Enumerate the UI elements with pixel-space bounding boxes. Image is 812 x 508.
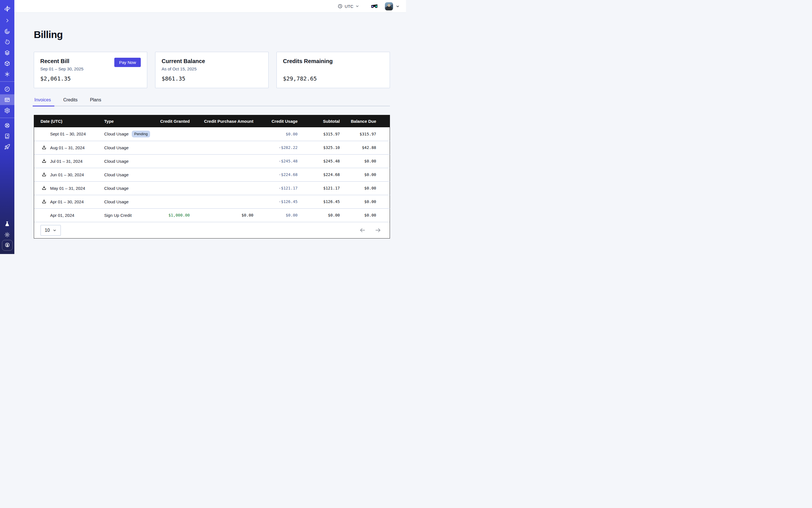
sidebar-item-support[interactable] (0, 120, 14, 131)
summary-cards: Recent Bill Sep 01 – Sep 30, 2025 $2,061… (34, 52, 390, 88)
table-row: May 01 – 31, 2024 Cloud Usage -$121.17 $… (34, 181, 390, 195)
credit-usage-value: -$245.48 (253, 154, 298, 168)
flask-icon (4, 221, 10, 227)
subtotal-value: $121.17 (298, 181, 340, 195)
invoice-date: Jul 01 – 31, 2024 (50, 159, 83, 164)
table-row: Aug 01 – 31, 2024 Cloud Usage -$282.22 $… (34, 141, 390, 154)
table-row: Apr 01, 2024 Sign Up Credit $1,000.00 $0… (34, 208, 390, 222)
table-row: Jun 01 – 30, 2024 Cloud Usage -$224.68 $… (34, 168, 390, 181)
credit-granted-value (155, 168, 190, 181)
sidebar-divider (0, 81, 14, 82)
table-row: Sept 01 – 30, 2024 Cloud UsagePending $0… (34, 127, 390, 141)
sidebar-item-packages[interactable] (0, 58, 14, 69)
sidebar-item-usage[interactable] (0, 84, 14, 94)
page-size-value: 10 (45, 228, 50, 233)
download-invoice-icon[interactable] (41, 172, 47, 177)
tab-credits[interactable]: Credits (63, 97, 78, 106)
page-title: Billing (34, 29, 390, 40)
invoice-type: Cloud Usage (104, 199, 129, 204)
download-invoice-icon[interactable] (41, 145, 47, 151)
column-subtotal: Subtotal (298, 115, 340, 127)
recent-bill-card: Recent Bill Sep 01 – Sep 30, 2025 $2,061… (34, 52, 147, 88)
timezone-label: UTC (345, 4, 353, 9)
card-title: Credits Remaining (283, 58, 383, 65)
invoice-date: Apr 01 – 30, 2024 (50, 199, 84, 204)
layers-icon (4, 50, 10, 56)
balance-due-value: $0.00 (340, 154, 390, 168)
dollar-badge-icon (4, 242, 10, 248)
card-subtitle: Sep 01 – Sep 30, 2025 (40, 67, 141, 72)
asterisk-icon (4, 71, 10, 77)
chevron-down-icon (53, 228, 56, 232)
sidebar-item-layers[interactable] (0, 47, 14, 58)
sidebar-item-expand[interactable] (0, 15, 14, 26)
credits-remaining-card: Credits Remaining $29,782.65 (276, 52, 390, 88)
current-balance-amount: $861.35 (162, 75, 262, 82)
invoice-date: Sept 01 – 30, 2024 (50, 131, 86, 136)
balance-due-value: $42.88 (340, 141, 390, 154)
balance-due-value: $0.00 (340, 208, 390, 222)
invoice-type: Cloud Usage (104, 145, 129, 150)
tab-invoices[interactable]: Invoices (34, 97, 51, 106)
table-row: Jul 01 – 31, 2024 Cloud Usage -$245.48 $… (34, 154, 390, 168)
balance-due-value: $315.97 (340, 127, 390, 141)
sidebar-item-theme[interactable] (0, 229, 14, 240)
pay-now-button[interactable]: Pay Now (114, 58, 141, 67)
clock-icon (338, 4, 343, 9)
chevron-down-icon (395, 4, 400, 8)
table-row: Apr 01 – 30, 2024 Cloud Usage -$126.45 $… (34, 195, 390, 208)
app-logo[interactable] (0, 2, 14, 15)
credits-badge-button[interactable] (2, 240, 13, 251)
invoice-date: Jun 01 – 30, 2024 (50, 172, 84, 177)
billing-tabs: Invoices Credits Plans (34, 97, 390, 106)
timezone-selector[interactable]: UTC (338, 4, 359, 9)
status-badge: Pending (132, 131, 151, 137)
sidebar (0, 0, 14, 254)
sidebar-item-settings[interactable] (0, 105, 14, 116)
invoice-type: Sign Up Credit (104, 213, 132, 218)
gear-icon (4, 108, 10, 114)
credit-granted-value (155, 127, 190, 141)
billing-card-icon (4, 97, 10, 103)
sun-icon (4, 232, 10, 238)
cube-icon (4, 60, 10, 67)
credit-purchase-amount-value (190, 127, 253, 141)
column-credit-purchase-amount: Credit Purchase Amount (190, 115, 253, 127)
account-menu-button[interactable] (395, 4, 400, 8)
credit-usage-value: -$121.17 (253, 181, 298, 195)
demo-mode-button[interactable] (371, 3, 378, 9)
sidebar-item-history[interactable] (0, 37, 14, 47)
next-page-button[interactable] (375, 227, 381, 234)
credit-usage-value: -$126.45 (253, 195, 298, 208)
user-avatar[interactable] (385, 2, 393, 10)
column-date: Date (UTC) (34, 115, 104, 127)
table-pagination: 10 (34, 222, 390, 238)
credit-granted-value: $1,000.00 (155, 208, 190, 222)
sidebar-item-observe[interactable] (0, 26, 14, 37)
sidebar-divider (0, 118, 14, 118)
table-header-row: Date (UTC) Type Credit Granted Credit Pu… (34, 115, 390, 127)
topbar: UTC (14, 0, 406, 13)
sidebar-item-labs[interactable] (0, 218, 14, 229)
invoice-type: Cloud Usage (104, 172, 129, 177)
subtotal-value: $325.10 (298, 141, 340, 154)
invoice-type: Cloud Usage (104, 131, 129, 136)
download-invoice-icon[interactable] (41, 159, 47, 164)
sidebar-item-getting-started[interactable] (0, 141, 14, 152)
sidebar-item-docs[interactable] (0, 131, 14, 141)
previous-page-button[interactable] (359, 227, 366, 234)
balance-due-value: $0.00 (340, 195, 390, 208)
main-content: Billing Recent Bill Sep 01 – Sep 30, 202… (14, 13, 406, 254)
book-sparkle-icon (4, 133, 10, 139)
credit-purchase-amount-value (190, 168, 253, 181)
page-size-select[interactable]: 10 (41, 225, 61, 236)
tab-plans[interactable]: Plans (89, 97, 102, 106)
sidebar-item-functions[interactable] (0, 69, 14, 79)
subtotal-value: $245.48 (298, 154, 340, 168)
download-invoice-icon[interactable] (41, 199, 47, 204)
subtotal-value: $126.45 (298, 195, 340, 208)
download-invoice-icon[interactable] (41, 185, 47, 191)
invoice-date: Aug 01 – 31, 2024 (50, 145, 85, 150)
invoice-date: Apr 01, 2024 (50, 213, 74, 218)
sidebar-item-billing[interactable] (0, 94, 14, 105)
